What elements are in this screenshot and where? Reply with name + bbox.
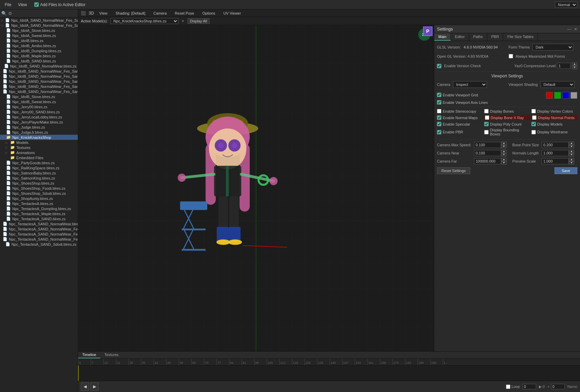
normals-length-input[interactable] [542, 150, 569, 156]
tree-item[interactable]: 📄Npc_IdolA_Sweat.blres.zs [0, 33, 78, 38]
minimize-icon[interactable]: — [567, 27, 571, 32]
display-bones-checkbox[interactable] [484, 109, 489, 113]
tree-item[interactable]: 📄Npc_TentaclesA_SAND_NormalWear_Fes... [0, 231, 78, 237]
cam-max-speed-up[interactable]: ▲ [501, 142, 507, 145]
tree-item[interactable]: 📄Npc_Jerry00.blres.zs [0, 104, 78, 109]
viewport-shading-select[interactable]: Default [541, 81, 575, 88]
tree-item[interactable]: 📄Npc_Jerry00_SAND.blres.zs [0, 109, 78, 114]
always-maximized-checkbox[interactable] [509, 54, 513, 58]
add-files-input[interactable] [34, 2, 39, 7]
tree-item[interactable]: 📄Npc_JerryLocalLobby.blres.zs [0, 114, 78, 119]
tree-item[interactable]: 📄Npc_IdolB.blres.zs [0, 38, 78, 43]
tree-item[interactable]: 📄Npc_IdolA_Stove.blres.zs [0, 28, 78, 33]
search-icon[interactable]: 🔍 [1, 11, 7, 16]
camera-select[interactable]: Inspect [453, 81, 487, 88]
display-bounding-boxes-checkbox[interactable] [484, 130, 489, 134]
bone-point-size-down[interactable]: ▼ [569, 145, 574, 148]
tree-item[interactable]: ▷ 📁 Animations [0, 150, 78, 155]
add-files-checkbox[interactable]: Add Files to Active Editor [34, 2, 85, 7]
tree-item[interactable]: 📄Npc_TentaclesA_SAND_Sdodi.blres.zs [0, 242, 78, 247]
display-wireframe-checkbox[interactable] [531, 130, 536, 134]
frame-input[interactable] [523, 384, 536, 389]
display-poly-count-checkbox[interactable] [484, 122, 489, 126]
options-button[interactable]: Options [199, 11, 218, 16]
tree-item[interactable]: ▷📄Npc_IdolA_SAND_NormalWear_Fes_Sand... [0, 23, 78, 28]
tree-item[interactable]: 📄Npc_IdolB_SAND_NormalWear_Fes_Sand... [0, 74, 78, 79]
display-vertex-colors-checkbox[interactable] [531, 109, 536, 113]
tree-item[interactable]: 📄Npc_IdolB_SAND_NormalWear_Fes_Sand... [0, 69, 78, 74]
cam-far-input[interactable] [474, 158, 501, 164]
settings-icon[interactable]: ⚙ [8, 11, 12, 16]
view-menu[interactable]: View [16, 2, 29, 8]
stereoscopy-checkbox[interactable] [437, 109, 441, 113]
preview-scale-up[interactable]: ▲ [569, 158, 574, 161]
preview-scale-input[interactable] [542, 158, 569, 164]
tree-item[interactable]: 📄Npc_TentaclesA.blres.zs [0, 201, 78, 206]
normals-length-down[interactable]: ▼ [569, 153, 574, 156]
viewport-grid-checkbox[interactable] [437, 93, 441, 97]
cam-far-up[interactable]: ▲ [501, 158, 507, 161]
normal-select[interactable]: Normal [555, 2, 577, 8]
tree-item[interactable]: 📄Npc_SalmonKing.blres.zs [0, 175, 78, 181]
viewport-axis-checkbox[interactable] [437, 100, 441, 105]
active-model-select[interactable]: Npc_KnickKnacksShop.bfres.zs [110, 18, 178, 24]
close-icon[interactable]: ✕ [574, 27, 577, 32]
tree-item[interactable]: 📄Npc_Judge.blres.zs [0, 125, 78, 130]
tree-item[interactable]: 📄Npc_ShoesShop_Fsodi.blres.zs [0, 186, 78, 191]
display-models-checkbox[interactable] [531, 122, 536, 126]
enable-pbr-checkbox[interactable] [437, 130, 441, 134]
tree-item[interactable]: 📄Npc_TentaclesA_SAND.blres.zs [0, 216, 78, 221]
enable-version-check-checkbox[interactable] [437, 64, 441, 68]
tree-item[interactable]: 📄Npc_IdolB_Dumpling.blres.zs [0, 48, 78, 53]
view-button[interactable]: View [96, 11, 110, 16]
cam-max-speed-input[interactable] [474, 142, 501, 148]
loop-label[interactable]: Loop [506, 385, 520, 389]
tree-item[interactable]: ▷ 📁 Models [0, 140, 78, 145]
tree-item[interactable]: 📄Npc_IdolB_SAND_NormalWear_Fes_Sand... [0, 89, 78, 94]
tree-item[interactable]: 📄Npc_TentaclesA_SAND_NormalWear.blres... [0, 221, 78, 226]
tree-item[interactable]: 📄Npc_TentaclesA_Dumpling.blres.zs [0, 206, 78, 211]
cam-near-input[interactable] [474, 150, 501, 156]
tree-item[interactable]: 📄Npc_IdolB_SAND.blres.zs [0, 58, 78, 63]
reset-pose-button[interactable]: Reset Pose [172, 11, 197, 16]
uv-viewer-button[interactable]: UV Viewer [221, 11, 244, 16]
tree-item[interactable]: 📄Npc_IdolB_Maple.blres.zs [0, 53, 78, 58]
enable-specular-checkbox[interactable] [437, 122, 441, 126]
tree-item[interactable]: 📄Npc_IdolB_SAND_NormalWear_Fes_Sand... [0, 84, 78, 89]
preview-scale-down[interactable]: ▼ [569, 161, 574, 165]
display-all-button[interactable]: Display All [188, 18, 210, 24]
textures-tab[interactable]: Textures [100, 352, 123, 358]
tab-paths[interactable]: Paths [469, 33, 487, 41]
loop-checkbox[interactable] [506, 385, 510, 389]
tab-file-size-tables[interactable]: File Size Tables [503, 33, 538, 41]
tab-editor[interactable]: Editor [451, 33, 469, 41]
color-r-button[interactable] [546, 92, 553, 99]
timeline-track[interactable] [78, 366, 580, 381]
form-theme-select[interactable]: Dark [532, 44, 573, 51]
color-w-button[interactable] [570, 92, 577, 99]
tab-main[interactable]: Main [434, 33, 451, 41]
tree-item[interactable]: 📄Npc_TentaclesA_SAND_NormalWear_Fes... [0, 237, 78, 242]
cam-max-speed-down[interactable]: ▼ [501, 145, 507, 148]
timeline-tab[interactable]: Timeline [78, 352, 100, 358]
yaz0-up[interactable]: ▲ [572, 62, 577, 66]
normals-length-up[interactable]: ▲ [569, 150, 574, 153]
tree-item[interactable]: 📄Npc_PartyGoods.blres.zs [0, 160, 78, 165]
next-frame-button[interactable]: ▶ [90, 382, 99, 391]
tree-item[interactable]: 📄Npc_IdolB_Amibo.blres.zs [0, 43, 78, 48]
cam-near-up[interactable]: ▲ [501, 150, 507, 153]
cam-near-down[interactable]: ▼ [501, 153, 507, 156]
display-bone-xray-checkbox[interactable] [485, 115, 489, 120]
tree-item[interactable]: 📄Npc_IdolB_SAND_NormalWear_Fes_Sand... [0, 79, 78, 84]
save-button[interactable]: Save [555, 167, 577, 174]
tree-item[interactable]: 📁 Embedded Files [0, 155, 78, 160]
viewport-3d[interactable]: 3D P [78, 25, 434, 351]
tree-item[interactable]: 📄Npc_IdolB_SAND_NormalWear.blres.zs [0, 63, 78, 69]
tab-pbr[interactable]: PBR [487, 33, 504, 41]
tree-item[interactable]: ▷📄Npc_IdolA_SAND_NormalWear_Fes_Sand... [0, 18, 78, 23]
tree-item[interactable]: ▷ 📁 Textures [0, 145, 78, 150]
tree-item[interactable]: 📄Npc_RailKingSpace.blres.zs [0, 165, 78, 170]
cam-far-down[interactable]: ▼ [501, 161, 507, 165]
shading-button[interactable]: Shading: [Default] [113, 11, 148, 16]
tree-item[interactable]: 📄Npc_ShoesShop_Sdodi.blres.zs [0, 191, 78, 196]
